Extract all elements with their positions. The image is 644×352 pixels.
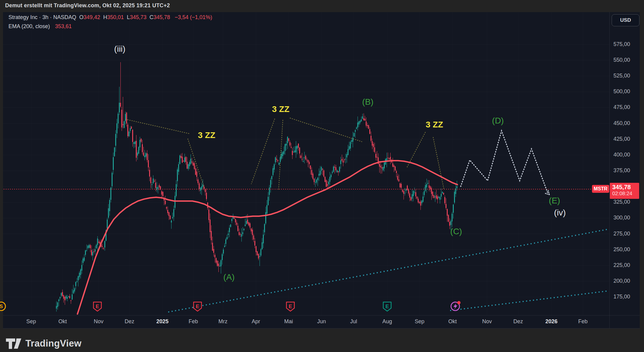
legend-indicator-row[interactable]: EMA (200, close) 353,61	[8, 23, 212, 30]
time-tick-month: Feb	[188, 318, 198, 325]
tradingview-logo[interactable]: TradingView	[5, 338, 81, 349]
tradingview-screenshot: Demut erstellt mit TradingView.com, Okt …	[0, 0, 644, 352]
attribution-text: Demut erstellt mit TradingView.com, Okt …	[5, 2, 170, 9]
pattern-label-3zz[interactable]: 3 ZZ	[272, 104, 289, 114]
price-tick-label: 425,00	[613, 136, 641, 142]
ohlc-value: 345,73	[130, 14, 146, 20]
pattern-label-3zz[interactable]: 3 ZZ	[426, 120, 443, 130]
chart-panel[interactable]	[3, 12, 640, 328]
change-value: −3,54 (−1,01%)	[175, 14, 212, 20]
bar-countdown: 02:08:24	[612, 191, 639, 197]
time-tick-month: Aug	[382, 318, 392, 325]
currency-toggle-button[interactable]: USD	[612, 14, 639, 26]
time-tick-month: Sep	[415, 318, 424, 325]
time-tick-year: 2025	[156, 318, 168, 325]
elliott-wave-label[interactable]: (D)	[492, 116, 504, 126]
price-tick-label: 375,00	[613, 167, 641, 174]
time-tick-month: Apr	[252, 318, 260, 325]
price-tick-label: 325,00	[613, 199, 641, 205]
time-tick-month: Jul	[350, 318, 357, 325]
indicator-value: 353,61	[55, 23, 72, 29]
tradingview-logo-text: TradingView	[25, 338, 81, 349]
last-price-value: 345,78	[612, 184, 639, 191]
time-tick-month: Dez	[125, 318, 134, 325]
price-tick-label: 175,00	[613, 294, 641, 300]
symbol-title[interactable]: Strategy Inc · 3h · NASDAQ	[8, 14, 76, 20]
price-tick-label: 250,00	[613, 246, 641, 253]
tradingview-logo-icon	[5, 338, 22, 349]
price-tick-label: 500,00	[613, 88, 641, 95]
elliott-wave-label[interactable]: (A)	[223, 272, 234, 282]
price-tick-label: 475,00	[613, 104, 641, 110]
ohlc-value: 350,01	[107, 14, 124, 20]
time-tick-month: Mai	[284, 318, 293, 325]
time-tick-month: Feb	[578, 318, 587, 325]
ticker-price-pill: MSTR	[592, 185, 609, 193]
elliott-wave-label[interactable]: (B)	[362, 97, 373, 107]
price-tick-label: 275,00	[613, 231, 641, 237]
price-tick-label: 300,00	[613, 215, 641, 221]
ohlc-key: H	[103, 14, 107, 20]
chart-legend[interactable]: Strategy Inc · 3h · NASDAQO349,42H350,01…	[8, 14, 212, 30]
time-tick-month: Nov	[482, 318, 492, 325]
price-tick-label: 525,00	[613, 73, 641, 79]
elliott-wave-label[interactable]: (E)	[549, 196, 560, 206]
price-tick-label: 200,00	[613, 278, 641, 284]
pattern-label-3zz[interactable]: 3 ZZ	[198, 130, 215, 140]
time-tick-month: Jun	[317, 318, 326, 325]
indicator-label[interactable]: EMA (200, close)	[8, 23, 50, 29]
last-price-axis-label: 345,78 02:08:24	[610, 183, 639, 199]
time-tick-month: Nov	[94, 318, 103, 325]
elliott-wave-label[interactable]: (iii)	[114, 44, 125, 54]
time-tick-month: Mrz	[218, 318, 227, 325]
legend-symbol-row[interactable]: Strategy Inc · 3h · NASDAQO349,42H350,01…	[8, 14, 212, 21]
price-tick-label: 450,00	[613, 120, 641, 127]
price-tick-label: 225,00	[613, 262, 641, 268]
time-tick-month: Okt	[448, 318, 457, 325]
time-tick-month: Dez	[513, 318, 523, 325]
ohlc-value: 349,42	[83, 14, 100, 20]
ohlc-value: 345,78	[153, 14, 170, 20]
price-tick-label: 575,00	[613, 41, 641, 48]
price-tick-label: 550,00	[613, 57, 641, 63]
elliott-wave-label[interactable]: (iv)	[554, 208, 566, 218]
ohlc-values: O349,42H350,01L345,73C345,78	[76, 14, 170, 20]
elliott-wave-label[interactable]: (C)	[450, 227, 462, 236]
time-tick-month: Okt	[58, 318, 67, 325]
ohlc-key: O	[79, 14, 83, 20]
ohlc-key: L	[127, 14, 130, 20]
time-tick-month: Sep	[26, 318, 36, 325]
price-tick-label: 400,00	[613, 152, 641, 158]
time-tick-year: 2026	[545, 318, 557, 325]
svg-text:S: S	[0, 304, 3, 309]
ohlc-key: C	[149, 14, 153, 20]
